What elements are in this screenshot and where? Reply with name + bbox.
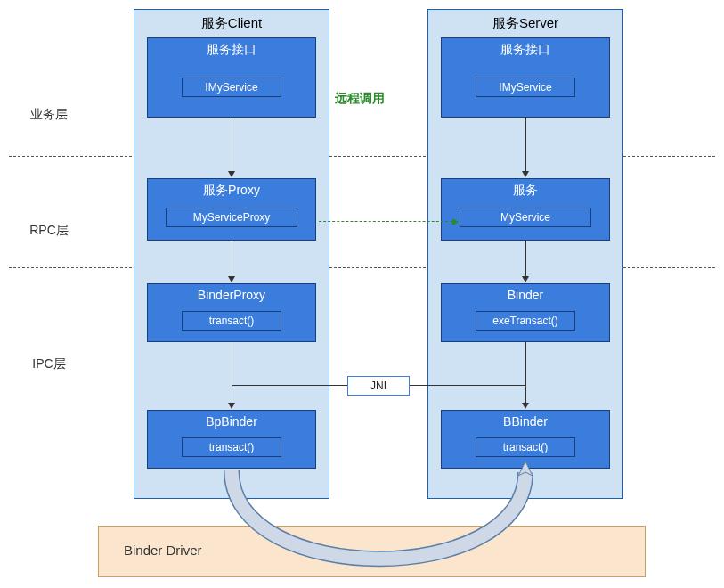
driver-curve-arrow xyxy=(0,0,724,588)
